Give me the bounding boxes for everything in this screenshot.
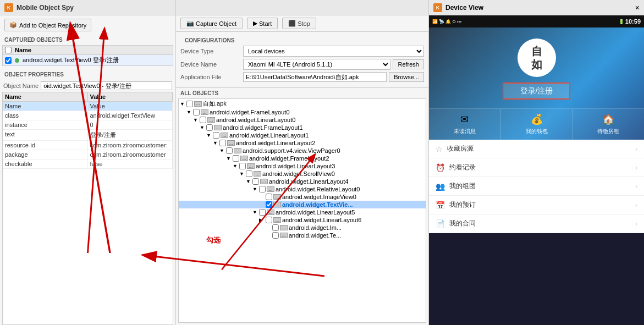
tree-arrow: ▼: [219, 148, 225, 153]
tree-checkbox[interactable]: [233, 155, 239, 162]
stop-button[interactable]: ⬛ Stop: [282, 18, 316, 29]
tree-item[interactable]: ▼ … android.widget.FrameLayout1: [179, 124, 426, 131]
name-column-header: Name: [15, 47, 31, 53]
tree-node-icon: …: [267, 210, 274, 215]
menu-item-rent[interactable]: 🏠 待缴房租: [573, 109, 644, 140]
object-tree[interactable]: ▼ … 自如.apk ▼ … android.widget.FrameLayou…: [178, 98, 426, 323]
tree-label: android.widget.LinearLayout4: [269, 178, 348, 185]
wallet-label: 我的钱包: [526, 128, 548, 135]
tree-arrow: ▼: [252, 210, 258, 215]
tree-item[interactable]: ▼ … android.widget.LinearLayout1: [179, 131, 426, 139]
browse-button[interactable]: Browse...: [389, 72, 424, 82]
tree-item[interactable]: ▼ … android.widget.FrameLayout2: [179, 155, 426, 162]
tree-item[interactable]: ▶ … android.widget.LinearLayout6: [179, 216, 426, 224]
tree-label: android.widget.Te...: [289, 232, 341, 239]
captured-object-row[interactable]: android.widget.TextView0 登录/注册: [3, 55, 173, 65]
tree-checkbox[interactable]: [266, 194, 272, 200]
tree-checkbox[interactable]: [206, 124, 213, 131]
tree-item[interactable]: ▼ … android.widget.RelativeLayout0: [179, 185, 426, 193]
tree-arrow: ▼: [226, 156, 232, 161]
props-row-class[interactable]: class android.widget.TextView: [3, 111, 173, 120]
tree-checkbox[interactable]: [239, 163, 246, 169]
middle-title-bar: [176, 0, 428, 15]
tree-item[interactable]: ▼ … android.widget.LinearLayout3: [179, 162, 426, 170]
app-file-input[interactable]: [243, 72, 387, 82]
tree-checkbox[interactable]: [266, 201, 272, 208]
device-name-select[interactable]: Xiaomi MI 4LTE (Android 5.1.1): [243, 59, 390, 70]
selected-tree-item[interactable]: ▶ … android.widget.TextVie...: [179, 201, 426, 208]
list-row-favorites[interactable]: ☆ 收藏房源 ›: [429, 140, 644, 158]
props-row-text[interactable]: text 登录/注册: [3, 130, 173, 141]
props-row-checkable[interactable]: checkable false: [3, 159, 173, 169]
signal-icon: 📡: [439, 19, 444, 24]
tree-label: android.support.v4.view.ViewPager0: [243, 147, 340, 154]
tree-item[interactable]: ▶ … android.widget.ImageView0: [179, 193, 426, 201]
tree-checkbox[interactable]: [272, 224, 279, 231]
tree-item[interactable]: ▶ … android.widget.Im...: [179, 224, 426, 232]
tree-item[interactable]: ▼ … android.support.v4.view.ViewPager0: [179, 147, 426, 155]
props-row-name[interactable]: Name Value: [3, 102, 173, 111]
tree-node-icon: …: [240, 156, 248, 161]
object-name-input[interactable]: [41, 81, 172, 90]
calendar-icon: 📅: [436, 201, 445, 210]
tree-node-icon: …: [201, 109, 208, 115]
add-to-repo-button[interactable]: 📦 Add to Object Repository: [4, 19, 91, 31]
tree-node-icon: …: [267, 186, 274, 192]
props-value-header: Value: [88, 92, 173, 101]
configurations-section: CONFIGURATIONS Device Type Local devices…: [176, 32, 428, 88]
tree-checkbox[interactable]: [272, 232, 279, 239]
tree-checkbox[interactable]: [213, 132, 219, 139]
prop-name-value: Value: [88, 102, 173, 111]
tree-checkbox[interactable]: [259, 209, 266, 216]
tree-checkbox[interactable]: [266, 217, 272, 223]
tree-item[interactable]: ▼ … android.widget.LinearLayout4: [179, 178, 426, 185]
app-content: 自 如 登录/注册 ✉ 未读消息 💰 我的钱包 🏠: [429, 27, 644, 233]
props-row-resource-id[interactable]: resource-id com.ziroom.ziroomcustomer:: [3, 141, 173, 150]
capture-object-button[interactable]: 📷 Capture Object: [180, 18, 243, 29]
tree-arrow: ▼: [200, 125, 205, 130]
tree-checkbox[interactable]: [200, 117, 206, 123]
tree-item[interactable]: ▼ … android.widget.LinearLayout0: [179, 116, 426, 124]
list-row-viewings[interactable]: ⏰ 约看记录 ›: [429, 158, 644, 177]
tree-item[interactable]: ▼ … android.widget.FrameLayout0: [179, 108, 426, 116]
tree-arrow: ▶: [259, 217, 265, 223]
tree-item[interactable]: ▼ … android.widget.ScrollView0: [179, 170, 426, 178]
props-table-header: Name Value: [3, 92, 173, 102]
tree-checkbox[interactable]: [246, 170, 252, 177]
tree-checkbox[interactable]: [186, 101, 193, 107]
tree-item[interactable]: ▼ … android.widget.LinearLayout2: [179, 139, 426, 147]
left-panel: K Mobile Object Spy 📦 Add to Object Repo…: [0, 0, 176, 325]
list-row-group[interactable]: 👥 我的组团 ›: [429, 177, 644, 196]
refresh-button[interactable]: Refresh: [393, 59, 424, 69]
start-button[interactable]: ▶ Start: [247, 18, 278, 29]
list-row-bookings[interactable]: 📅 我的预订 ›: [429, 196, 644, 214]
tree-node-icon: …: [273, 202, 281, 207]
status-bar: 📶 📡 🔔 ⚙ ▪▪▪ 🔋 10:59: [429, 15, 644, 27]
camera-icon: 📷: [186, 20, 194, 27]
captured-objects-header: CAPTURED OBJECTS: [0, 35, 175, 45]
object-name-label: Object Name: [3, 82, 38, 89]
close-button[interactable]: ×: [635, 3, 640, 12]
captured-row-checkbox[interactable]: [5, 57, 12, 64]
rent-label: 待缴房租: [597, 128, 619, 135]
tree-item[interactable]: ▼ … 自如.apk: [179, 99, 426, 108]
menu-item-messages[interactable]: ✉ 未读消息: [429, 109, 501, 140]
tree-checkbox[interactable]: [219, 140, 226, 146]
select-all-checkbox[interactable]: [5, 47, 12, 53]
tree-checkbox[interactable]: [259, 186, 266, 192]
tree-node-icon: …: [280, 233, 288, 238]
chevron-right-icon-4: ›: [635, 201, 637, 209]
messages-label: 未读消息: [454, 128, 476, 135]
menu-item-wallet[interactable]: 💰 我的钱包: [501, 109, 573, 140]
props-row-package[interactable]: package com.ziroom.ziroomcustomer: [3, 150, 173, 159]
favorites-label: 收藏房源: [447, 144, 474, 153]
login-button[interactable]: 登录/注册: [503, 82, 571, 100]
device-type-select[interactable]: Local devices: [243, 46, 424, 57]
tree-checkbox[interactable]: [226, 147, 233, 154]
captured-row-label: android.widget.TextView0 登录/注册: [23, 56, 119, 64]
tree-checkbox[interactable]: [252, 178, 259, 185]
tree-arrow: ▼: [180, 101, 185, 107]
tree-checkbox[interactable]: [193, 109, 200, 115]
props-row-instance[interactable]: instance 0: [3, 120, 173, 130]
tree-item[interactable]: ▼ … android.widget.LinearLayout5: [179, 208, 426, 216]
